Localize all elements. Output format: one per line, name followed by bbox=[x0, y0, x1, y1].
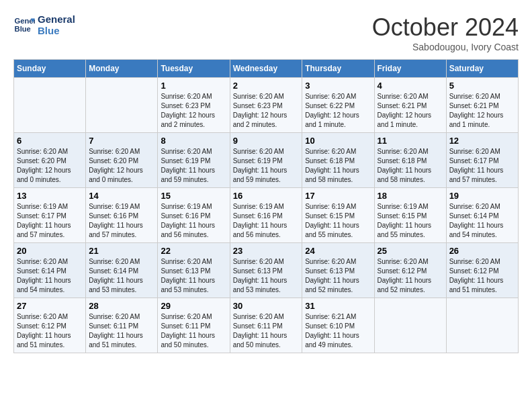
header-wednesday: Wednesday bbox=[230, 60, 302, 78]
header-monday: Monday bbox=[86, 60, 158, 78]
day-number: 3 bbox=[305, 81, 371, 91]
day-cell: 18Sunrise: 6:19 AM Sunset: 6:15 PM Dayli… bbox=[374, 188, 446, 243]
week-row-4: 20Sunrise: 6:20 AM Sunset: 6:14 PM Dayli… bbox=[14, 243, 519, 298]
day-info: Sunrise: 6:20 AM Sunset: 6:14 PM Dayligh… bbox=[17, 257, 83, 295]
day-info: Sunrise: 6:20 AM Sunset: 6:19 PM Dayligh… bbox=[161, 147, 226, 185]
day-number: 20 bbox=[17, 246, 83, 256]
day-cell: 29Sunrise: 6:20 AM Sunset: 6:11 PM Dayli… bbox=[158, 298, 230, 353]
day-cell: 24Sunrise: 6:20 AM Sunset: 6:13 PM Dayli… bbox=[302, 243, 374, 298]
day-number: 18 bbox=[378, 191, 443, 201]
day-info: Sunrise: 6:19 AM Sunset: 6:15 PM Dayligh… bbox=[305, 202, 371, 240]
day-cell: 3Sunrise: 6:20 AM Sunset: 6:22 PM Daylig… bbox=[302, 78, 374, 133]
day-cell: 20Sunrise: 6:20 AM Sunset: 6:14 PM Dayli… bbox=[14, 243, 86, 298]
week-row-5: 27Sunrise: 6:20 AM Sunset: 6:12 PM Dayli… bbox=[14, 298, 519, 353]
day-number: 15 bbox=[161, 191, 226, 201]
day-number: 11 bbox=[378, 136, 443, 146]
location-subtitle: Sabodougou, Ivory Coast bbox=[372, 42, 519, 52]
day-cell bbox=[374, 298, 446, 353]
day-number: 27 bbox=[17, 301, 83, 311]
day-cell: 26Sunrise: 6:20 AM Sunset: 6:12 PM Dayli… bbox=[446, 243, 518, 298]
day-info: Sunrise: 6:20 AM Sunset: 6:12 PM Dayligh… bbox=[378, 257, 443, 295]
week-row-2: 6Sunrise: 6:20 AM Sunset: 6:20 PM Daylig… bbox=[14, 133, 519, 188]
day-number: 4 bbox=[378, 81, 443, 91]
day-cell: 10Sunrise: 6:20 AM Sunset: 6:18 PM Dayli… bbox=[302, 133, 374, 188]
day-cell: 28Sunrise: 6:20 AM Sunset: 6:11 PM Dayli… bbox=[86, 298, 158, 353]
day-number: 24 bbox=[305, 246, 371, 256]
page-header: General Blue General Blue October 2024 S… bbox=[13, 13, 519, 52]
day-cell: 5Sunrise: 6:20 AM Sunset: 6:21 PM Daylig… bbox=[446, 78, 518, 133]
day-info: Sunrise: 6:20 AM Sunset: 6:23 PM Dayligh… bbox=[233, 92, 300, 130]
header-friday: Friday bbox=[374, 60, 446, 78]
svg-text:Blue: Blue bbox=[15, 25, 31, 33]
day-info: Sunrise: 6:20 AM Sunset: 6:20 PM Dayligh… bbox=[89, 147, 154, 185]
month-title: October 2024 bbox=[372, 13, 519, 42]
day-number: 23 bbox=[233, 246, 300, 256]
day-cell: 12Sunrise: 6:20 AM Sunset: 6:17 PM Dayli… bbox=[446, 133, 518, 188]
day-number: 13 bbox=[17, 191, 83, 201]
header-saturday: Saturday bbox=[446, 60, 518, 78]
day-number: 21 bbox=[89, 246, 154, 256]
day-cell bbox=[14, 78, 86, 133]
week-row-3: 13Sunrise: 6:19 AM Sunset: 6:17 PM Dayli… bbox=[14, 188, 519, 243]
day-cell: 8Sunrise: 6:20 AM Sunset: 6:19 PM Daylig… bbox=[158, 133, 230, 188]
day-info: Sunrise: 6:20 AM Sunset: 6:21 PM Dayligh… bbox=[449, 92, 515, 130]
day-info: Sunrise: 6:20 AM Sunset: 6:22 PM Dayligh… bbox=[305, 92, 371, 130]
day-info: Sunrise: 6:20 AM Sunset: 6:13 PM Dayligh… bbox=[161, 257, 226, 295]
day-cell: 31Sunrise: 6:21 AM Sunset: 6:10 PM Dayli… bbox=[302, 298, 374, 353]
day-cell: 23Sunrise: 6:20 AM Sunset: 6:13 PM Dayli… bbox=[230, 243, 302, 298]
day-info: Sunrise: 6:19 AM Sunset: 6:17 PM Dayligh… bbox=[17, 202, 83, 240]
day-number: 25 bbox=[378, 246, 443, 256]
day-info: Sunrise: 6:20 AM Sunset: 6:19 PM Dayligh… bbox=[233, 147, 300, 185]
day-number: 12 bbox=[449, 136, 515, 146]
day-info: Sunrise: 6:20 AM Sunset: 6:13 PM Dayligh… bbox=[233, 257, 300, 295]
day-cell: 21Sunrise: 6:20 AM Sunset: 6:14 PM Dayli… bbox=[86, 243, 158, 298]
logo: General Blue General Blue bbox=[13, 13, 75, 36]
day-info: Sunrise: 6:20 AM Sunset: 6:12 PM Dayligh… bbox=[449, 257, 515, 295]
day-cell bbox=[86, 78, 158, 133]
day-info: Sunrise: 6:19 AM Sunset: 6:15 PM Dayligh… bbox=[378, 202, 443, 240]
day-info: Sunrise: 6:20 AM Sunset: 6:23 PM Dayligh… bbox=[161, 92, 226, 130]
svg-text:General: General bbox=[15, 17, 35, 25]
day-info: Sunrise: 6:19 AM Sunset: 6:16 PM Dayligh… bbox=[233, 202, 300, 240]
logo-icon: General Blue bbox=[13, 14, 35, 36]
day-cell: 6Sunrise: 6:20 AM Sunset: 6:20 PM Daylig… bbox=[14, 133, 86, 188]
day-number: 29 bbox=[161, 301, 226, 311]
day-cell: 2Sunrise: 6:20 AM Sunset: 6:23 PM Daylig… bbox=[230, 78, 302, 133]
calendar-table: SundayMondayTuesdayWednesdayThursdayFrid… bbox=[13, 59, 519, 353]
day-cell: 30Sunrise: 6:20 AM Sunset: 6:11 PM Dayli… bbox=[230, 298, 302, 353]
day-number: 30 bbox=[233, 301, 300, 311]
day-cell: 4Sunrise: 6:20 AM Sunset: 6:21 PM Daylig… bbox=[374, 78, 446, 133]
day-number: 5 bbox=[449, 81, 515, 91]
day-info: Sunrise: 6:20 AM Sunset: 6:13 PM Dayligh… bbox=[305, 257, 371, 295]
day-info: Sunrise: 6:20 AM Sunset: 6:18 PM Dayligh… bbox=[378, 147, 443, 185]
header-tuesday: Tuesday bbox=[158, 60, 230, 78]
calendar-header-row: SundayMondayTuesdayWednesdayThursdayFrid… bbox=[14, 60, 519, 78]
logo-line2: Blue bbox=[38, 25, 75, 36]
day-number: 22 bbox=[161, 246, 226, 256]
day-cell: 14Sunrise: 6:19 AM Sunset: 6:16 PM Dayli… bbox=[86, 188, 158, 243]
header-sunday: Sunday bbox=[14, 60, 86, 78]
day-number: 1 bbox=[161, 81, 226, 91]
day-cell: 27Sunrise: 6:20 AM Sunset: 6:12 PM Dayli… bbox=[14, 298, 86, 353]
day-number: 31 bbox=[305, 301, 371, 311]
day-info: Sunrise: 6:20 AM Sunset: 6:20 PM Dayligh… bbox=[17, 147, 83, 185]
day-cell: 9Sunrise: 6:20 AM Sunset: 6:19 PM Daylig… bbox=[230, 133, 302, 188]
day-cell: 17Sunrise: 6:19 AM Sunset: 6:15 PM Dayli… bbox=[302, 188, 374, 243]
day-info: Sunrise: 6:19 AM Sunset: 6:16 PM Dayligh… bbox=[161, 202, 226, 240]
day-number: 2 bbox=[233, 81, 300, 91]
week-row-1: 1Sunrise: 6:20 AM Sunset: 6:23 PM Daylig… bbox=[14, 78, 519, 133]
day-cell: 22Sunrise: 6:20 AM Sunset: 6:13 PM Dayli… bbox=[158, 243, 230, 298]
day-number: 8 bbox=[161, 136, 226, 146]
day-info: Sunrise: 6:19 AM Sunset: 6:16 PM Dayligh… bbox=[89, 202, 154, 240]
logo-line1: General bbox=[38, 13, 75, 25]
day-cell bbox=[446, 298, 518, 353]
day-info: Sunrise: 6:20 AM Sunset: 6:14 PM Dayligh… bbox=[449, 202, 515, 240]
day-number: 17 bbox=[305, 191, 371, 201]
day-info: Sunrise: 6:20 AM Sunset: 6:11 PM Dayligh… bbox=[161, 312, 226, 350]
day-cell: 16Sunrise: 6:19 AM Sunset: 6:16 PM Dayli… bbox=[230, 188, 302, 243]
day-info: Sunrise: 6:20 AM Sunset: 6:11 PM Dayligh… bbox=[233, 312, 300, 350]
day-cell: 1Sunrise: 6:20 AM Sunset: 6:23 PM Daylig… bbox=[158, 78, 230, 133]
day-info: Sunrise: 6:20 AM Sunset: 6:11 PM Dayligh… bbox=[89, 312, 154, 350]
day-cell: 25Sunrise: 6:20 AM Sunset: 6:12 PM Dayli… bbox=[374, 243, 446, 298]
day-cell: 15Sunrise: 6:19 AM Sunset: 6:16 PM Dayli… bbox=[158, 188, 230, 243]
